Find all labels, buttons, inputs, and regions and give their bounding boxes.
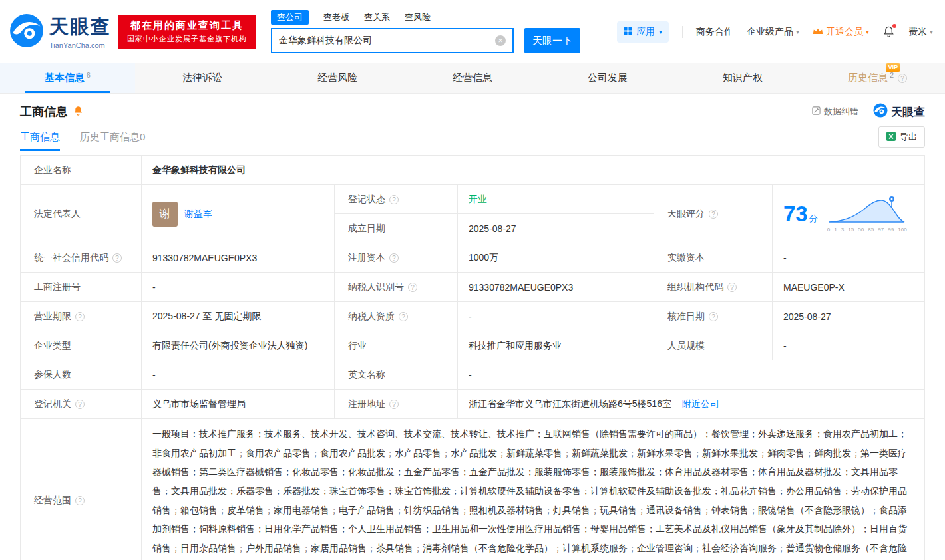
- edit-icon: [812, 106, 821, 117]
- subscribe-bell-icon[interactable]: [73, 105, 84, 119]
- user-menu[interactable]: 费米▾: [908, 26, 933, 38]
- table-row: 工商注册号 - 纳税人识别号? 91330782MAEUGE0PX3 组织机构代…: [21, 273, 925, 302]
- registered-address-cell: 浙江省金华市义乌市江东街道机场路6号5楼516室 附近公司: [458, 390, 925, 419]
- tab-intellectual-property[interactable]: 知识产权: [675, 63, 810, 93]
- tax-qualification-value: -: [458, 302, 654, 331]
- field-label: 经营范围?: [21, 419, 142, 560]
- subtab-history-business-info[interactable]: 历史工商信息0: [80, 123, 145, 151]
- tax-id-value: 91330782MAEUGE0PX3: [458, 273, 654, 302]
- search-tab-boss[interactable]: 查老板: [323, 11, 349, 23]
- search-tab-company[interactable]: 查公司: [271, 10, 309, 25]
- field-label: 工商注册号: [21, 273, 142, 302]
- brand-name: 天眼查: [49, 14, 111, 41]
- english-name-value: -: [458, 360, 925, 390]
- table-row: 企业类型 有限责任公司(外商投资企业法人独资) 行业 科技推广和应用服务业 人员…: [21, 331, 925, 360]
- table-row: 法定代表人 谢 谢益军 登记状态? 开业 天眼评分? 73分: [21, 185, 925, 214]
- field-label: 天眼评分?: [654, 185, 773, 243]
- credit-code-value: 91330782MAEUGE0PX3: [142, 243, 335, 273]
- top-header: 天眼查 TianYanCha.com 都在用的商业查询工具 国家中小企业发展子基…: [0, 0, 945, 63]
- field-label: 英文名称: [335, 360, 458, 390]
- biz-cooperation-link[interactable]: 商务合作: [696, 26, 733, 38]
- tab-legal-litigation[interactable]: 法律诉讼: [135, 63, 270, 93]
- score-value[interactable]: 73分: [783, 202, 818, 227]
- tab-basic-info[interactable]: 基本信息6: [0, 63, 135, 93]
- field-label: 纳税人识别号?: [335, 273, 458, 302]
- subtab-business-info[interactable]: 工商信息: [20, 123, 60, 151]
- clear-search-icon[interactable]: ×: [495, 35, 506, 46]
- export-button[interactable]: 导出: [878, 126, 925, 148]
- tianyancha-logo[interactable]: 天眼查 TianYanCha.com: [9, 13, 111, 51]
- help-icon[interactable]: ?: [75, 400, 85, 409]
- open-vip-link[interactable]: 开通会员 ▾: [813, 26, 869, 38]
- field-label: 组织机构代码?: [654, 273, 773, 302]
- nearby-companies-link[interactable]: 附近公司: [682, 398, 719, 409]
- help-icon[interactable]: ?: [709, 312, 718, 321]
- search-area: 查公司 查老板 查关系 查风险 × 天眼一下: [271, 10, 580, 53]
- company-type-value: 有限责任公司(外商投资企业法人独资): [142, 331, 335, 360]
- notification-bell-icon[interactable]: [882, 25, 895, 38]
- score-chart: 0131550859799100: [827, 195, 907, 233]
- score-axis: 0131550859799100: [827, 227, 907, 233]
- tab-company-development[interactable]: 公司发展: [540, 63, 675, 93]
- tab-business-risk[interactable]: 经营风险: [270, 63, 405, 93]
- tab-history-info[interactable]: 历史信息 2 VIP ?: [810, 63, 945, 93]
- data-correction-link[interactable]: 数据纠错: [812, 106, 858, 118]
- org-code-value: MAEUGE0P-X: [773, 273, 925, 302]
- paid-capital-value: -: [773, 243, 925, 273]
- chevron-down-icon: ▾: [659, 28, 662, 35]
- field-label: 成立日期: [335, 214, 458, 243]
- business-term-value: 2025-08-27 至 无固定期限: [142, 302, 335, 331]
- crown-icon: [813, 27, 823, 37]
- search-tab-risk[interactable]: 查风险: [405, 11, 431, 23]
- help-icon[interactable]: ?: [75, 496, 85, 505]
- registration-status-value: 开业: [458, 185, 654, 214]
- establish-date-value: 2025-08-27: [458, 214, 654, 243]
- score-cell: 73分 0131550859799100: [773, 185, 925, 243]
- legal-rep-avatar[interactable]: 谢: [152, 202, 178, 227]
- search-input[interactable]: [279, 35, 495, 46]
- grid-icon: [624, 27, 632, 37]
- legal-rep-cell: 谢 谢益军: [142, 185, 335, 243]
- apps-menu[interactable]: 应用 ▾: [617, 21, 669, 43]
- help-icon[interactable]: ?: [112, 253, 122, 263]
- search-box: ×: [271, 28, 514, 53]
- registered-address-value: 浙江省金华市义乌市江东街道机场路6号5楼516室: [469, 398, 671, 409]
- help-icon[interactable]: ?: [389, 195, 399, 204]
- sub-tabs: 工商信息 历史工商信息0 导出: [0, 123, 945, 151]
- tab-business-info[interactable]: 经营信息: [405, 63, 540, 93]
- table-row: 登记机关? 义乌市市场监督管理局 注册地址? 浙江省金华市义乌市江东街道机场路6…: [21, 390, 925, 419]
- enterprise-products-menu[interactable]: 企业级产品▾: [747, 26, 799, 38]
- help-icon[interactable]: ?: [399, 312, 408, 321]
- help-icon[interactable]: ?: [408, 283, 417, 292]
- divider: [682, 26, 683, 38]
- business-scope-value: 一般项目：技术推广服务；技术服务、技术开发、技术咨询、技术交流、技术转让、技术推…: [142, 419, 925, 560]
- field-label: 参保人数: [21, 360, 142, 390]
- chevron-down-icon: ▾: [930, 28, 933, 35]
- search-button[interactable]: 天眼一下: [524, 28, 580, 53]
- registration-authority-value: 义乌市市场监督管理局: [142, 390, 335, 419]
- reg-no-value: -: [142, 273, 335, 302]
- help-icon[interactable]: ?: [898, 74, 907, 83]
- section-title: 工商信息: [20, 104, 68, 120]
- field-label: 注册地址?: [335, 390, 458, 419]
- help-icon[interactable]: ?: [389, 400, 399, 409]
- help-icon[interactable]: ?: [75, 312, 85, 321]
- help-icon[interactable]: ?: [709, 210, 718, 219]
- help-icon[interactable]: ?: [727, 283, 737, 292]
- brand-domain: TianYanCha.com: [49, 41, 111, 49]
- table-row: 参保人数 - 英文名称 -: [21, 360, 925, 390]
- section-head: 工商信息 数据纠错 天眼查: [0, 94, 945, 123]
- status-badge: 开业: [469, 194, 487, 204]
- field-label: 人员规模: [654, 331, 773, 360]
- search-tab-relation[interactable]: 查关系: [364, 11, 390, 23]
- tianyancha-watermark: 天眼查: [873, 103, 925, 120]
- staff-size-value: -: [773, 331, 925, 360]
- industry-value: 科技推广和应用服务业: [458, 331, 654, 360]
- field-label: 行业: [335, 331, 458, 360]
- field-label: 统一社会信用代码?: [21, 243, 142, 273]
- legal-rep-link[interactable]: 谢益军: [184, 208, 212, 220]
- chevron-down-icon: ▾: [796, 28, 799, 35]
- business-info-table: 企业名称 金华象鲜科技有限公司 法定代表人 谢 谢益军 登记状态? 开业 天眼评…: [20, 155, 925, 560]
- field-label: 实缴资本: [654, 243, 773, 273]
- help-icon[interactable]: ?: [389, 253, 399, 263]
